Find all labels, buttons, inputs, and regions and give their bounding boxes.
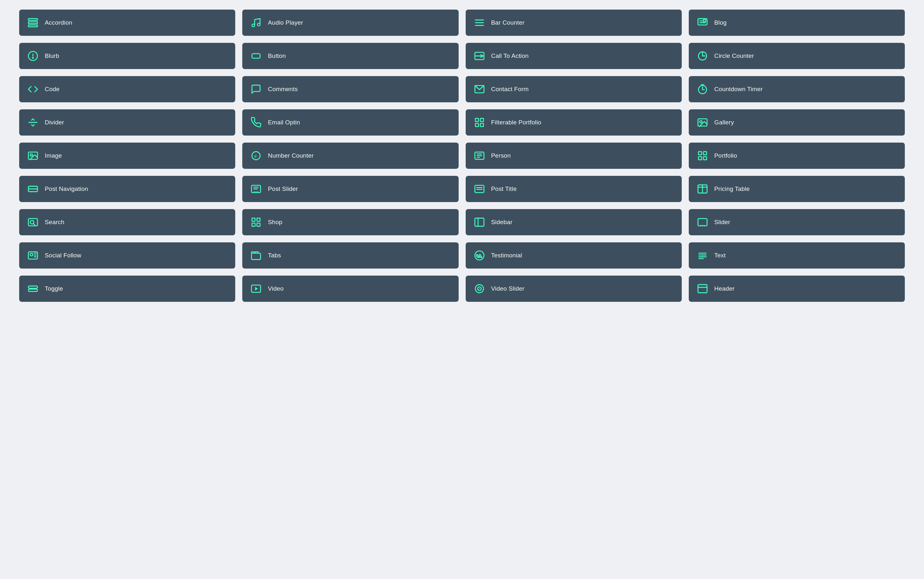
widget-grid: AccordionAudio PlayerBar CounterBlogBlur… [19, 10, 905, 302]
widget-btn-circle-counter[interactable]: Circle Counter [689, 43, 905, 69]
widget-btn-portfolio[interactable]: Portfolio [689, 142, 905, 169]
widget-label-toggle: Toggle [45, 285, 63, 292]
slider-icon [696, 216, 709, 228]
widget-btn-sidebar[interactable]: Sidebar [466, 209, 682, 235]
widget-btn-bar-counter[interactable]: Bar Counter [466, 10, 682, 36]
widget-btn-testimonial[interactable]: Testimonial [466, 242, 682, 268]
svg-rect-27 [480, 123, 483, 127]
widget-btn-header[interactable]: Header [689, 276, 905, 302]
svg-rect-41 [704, 157, 707, 160]
number-counter-icon: # [250, 150, 262, 162]
widget-btn-video-slider[interactable]: Video Slider [466, 276, 682, 302]
widget-label-video: Video [268, 285, 284, 292]
widget-label-circle-counter: Circle Counter [714, 52, 754, 59]
widget-label-person: Person [491, 152, 511, 159]
svg-rect-2 [28, 25, 38, 27]
audio-player-icon [250, 16, 262, 29]
widget-btn-code[interactable]: Code [19, 76, 235, 102]
widget-label-comments: Comments [268, 86, 297, 93]
widget-btn-filterable-portfolio[interactable]: Filterable Portfolio [466, 110, 682, 136]
widget-label-call-to-action: Call To Action [491, 52, 529, 59]
widget-btn-blog[interactable]: Blog [689, 10, 905, 36]
svg-rect-77 [28, 286, 38, 288]
widget-btn-tabs[interactable]: Tabs [242, 242, 458, 268]
svg-point-83 [479, 288, 480, 290]
widget-label-social-follow: Social Follow [45, 252, 82, 259]
testimonial-icon [473, 249, 485, 262]
widget-label-portfolio: Portfolio [714, 152, 737, 159]
svg-point-67 [702, 225, 703, 226]
widget-btn-video[interactable]: Video [242, 276, 458, 302]
widget-label-post-title: Post Title [491, 185, 517, 193]
widget-label-shop: Shop [268, 219, 282, 226]
widget-btn-contact-form[interactable]: Contact Form [466, 76, 682, 102]
widget-label-image: Image [45, 152, 62, 159]
widget-btn-call-to-action[interactable]: Call To Action [466, 43, 682, 69]
svg-rect-40 [698, 157, 702, 160]
svg-marker-80 [255, 287, 258, 290]
svg-rect-59 [252, 218, 255, 221]
svg-point-29 [700, 121, 702, 123]
widget-btn-post-slider[interactable]: Post Slider [242, 176, 458, 202]
widget-btn-shop[interactable]: Shop [242, 209, 458, 235]
widget-btn-divider[interactable]: Divider [19, 110, 235, 136]
widget-btn-post-title[interactable]: Post Title [466, 176, 682, 202]
widget-btn-accordion[interactable]: Accordion [19, 10, 235, 36]
widget-label-blurb: Blurb [45, 52, 59, 59]
widget-label-blog: Blog [714, 19, 727, 26]
widget-btn-countdown-timer[interactable]: Countdown Timer [689, 76, 905, 102]
widget-label-divider: Divider [45, 119, 64, 126]
email-optin-icon [250, 116, 262, 129]
widget-label-search: Search [45, 219, 64, 226]
post-slider-icon [250, 183, 262, 195]
contact-form-icon [473, 83, 485, 95]
widget-label-testimonial: Testimonial [491, 252, 522, 259]
widget-btn-comments[interactable]: Comments [242, 76, 458, 102]
widget-btn-social-follow[interactable]: Social Follow [19, 242, 235, 268]
widget-label-tabs: Tabs [268, 252, 281, 259]
svg-rect-38 [698, 152, 702, 155]
widget-btn-number-counter[interactable]: #Number Counter [242, 142, 458, 169]
post-title-icon [473, 183, 485, 195]
widget-btn-image[interactable]: Image [19, 142, 235, 169]
widget-btn-slider[interactable]: Slider [689, 209, 905, 235]
svg-text:#: # [255, 154, 257, 159]
widget-btn-search[interactable]: Search [19, 209, 235, 235]
sidebar-icon [473, 216, 485, 228]
comments-icon [250, 83, 262, 95]
svg-point-46 [256, 191, 257, 192]
svg-rect-11 [704, 20, 706, 22]
svg-rect-1 [28, 22, 38, 24]
svg-line-58 [33, 224, 35, 226]
svg-rect-61 [252, 223, 255, 226]
search-icon [27, 216, 39, 228]
widget-btn-gallery[interactable]: Gallery [689, 110, 905, 136]
circle-counter-icon [696, 50, 709, 62]
widget-btn-email-optin[interactable]: Email Optin [242, 110, 458, 136]
svg-rect-0 [28, 18, 38, 20]
widget-btn-button[interactable]: Button [242, 43, 458, 69]
svg-rect-65 [698, 219, 707, 226]
svg-point-45 [254, 191, 255, 192]
widget-btn-audio-player[interactable]: Audio Player [242, 10, 458, 36]
svg-rect-15 [252, 54, 261, 58]
widget-btn-toggle[interactable]: Toggle [19, 276, 235, 302]
widget-btn-post-navigation[interactable]: Post Navigation [19, 176, 235, 202]
tabs-icon [250, 249, 262, 262]
widget-label-text: Text [714, 252, 726, 259]
shop-icon [250, 216, 262, 228]
widget-btn-blurb[interactable]: Blurb [19, 43, 235, 69]
widget-label-button: Button [268, 52, 286, 59]
portfolio-icon [696, 150, 709, 162]
widget-label-gallery: Gallery [714, 119, 734, 126]
blog-icon [696, 16, 709, 29]
widget-btn-text[interactable]: Text [689, 242, 905, 268]
social-follow-icon [27, 249, 39, 262]
widget-label-post-navigation: Post Navigation [45, 185, 88, 193]
person-icon [473, 150, 485, 162]
widget-label-video-slider: Video Slider [491, 285, 525, 292]
widget-btn-person[interactable]: Person [466, 142, 682, 169]
widget-btn-pricing-table[interactable]: Pricing Table [689, 176, 905, 202]
pricing-table-icon [696, 183, 709, 195]
widget-label-slider: Slider [714, 219, 730, 226]
